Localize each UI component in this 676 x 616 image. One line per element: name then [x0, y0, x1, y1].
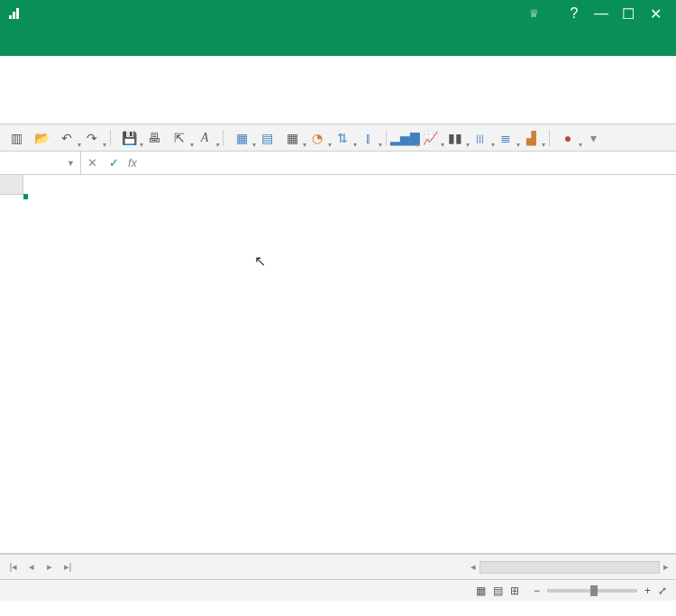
- print-button[interactable]: 🖶: [143, 128, 165, 148]
- crown-icon: ♕: [529, 7, 539, 20]
- more-button[interactable]: ▾: [582, 128, 604, 148]
- help-button[interactable]: ?: [561, 5, 588, 22]
- maximize-button[interactable]: ☐: [615, 5, 642, 23]
- svg-rect-2: [16, 8, 19, 19]
- sheet-area: ↖: [0, 175, 676, 554]
- format-button[interactable]: ▦: [281, 128, 303, 148]
- zoom-slider[interactable]: [547, 589, 637, 593]
- tab-first-button[interactable]: |◂: [5, 561, 22, 573]
- line-chart-button[interactable]: 📈: [419, 128, 441, 148]
- sort-button[interactable]: ⇅: [332, 128, 353, 148]
- horizontal-scroll: ◂ ▸: [470, 561, 676, 574]
- font-button[interactable]: A: [194, 128, 215, 148]
- filter-button[interactable]: ⫿: [357, 128, 379, 148]
- minimize-button[interactable]: ―: [588, 5, 615, 22]
- open-button[interactable]: 📂: [31, 128, 52, 148]
- quick-access-toolbar: ▥ 📂 ↶ ↷ 💾 🖶 ⇱ A ▦ ▤ ▦ ◔ ⇅ ⫿ ▂▅▇ 📈 ▮▮ ⫼ ≣…: [0, 124, 676, 152]
- formula-bar: ▼ ✕ ✓ fx: [0, 152, 676, 175]
- app-icon: [7, 6, 22, 21]
- fullscreen-button[interactable]: ⤢: [658, 584, 667, 597]
- select-all-corner[interactable]: [0, 175, 23, 195]
- tab-prev-button[interactable]: ◂: [23, 561, 40, 573]
- hscroll-left-button[interactable]: ◂: [470, 561, 476, 573]
- undo-button[interactable]: ↶: [56, 128, 78, 148]
- hscroll-right-button[interactable]: ▸: [663, 561, 669, 573]
- title-bar: ♕ ? ― ☐ ✕: [0, 0, 676, 27]
- bar-chart-button[interactable]: ▂▅▇: [394, 128, 416, 148]
- status-bar: ▦ ▤ ⊞ − + ⤢: [0, 579, 676, 601]
- hscroll-track[interactable]: [480, 561, 660, 574]
- stack-chart-button[interactable]: ≣: [495, 128, 516, 148]
- cursor-icon: ↖: [254, 253, 266, 270]
- redo-button[interactable]: ↷: [81, 128, 103, 148]
- column-chart-button[interactable]: ▮▮: [444, 128, 466, 148]
- sheet-tabs-bar: |◂ ◂ ▸ ▸| ◂ ▸: [0, 554, 676, 579]
- table-button[interactable]: ▦: [231, 128, 252, 148]
- group-chart-button[interactable]: ⫼: [470, 128, 491, 148]
- fx-icon[interactable]: fx: [128, 156, 137, 170]
- zoom-in-button[interactable]: +: [644, 584, 651, 597]
- misc-chart-button[interactable]: ▟: [520, 128, 542, 148]
- chart1-button[interactable]: ◔: [306, 128, 328, 148]
- tab-nav: |◂ ◂ ▸ ▸|: [5, 561, 76, 573]
- namebox-dropdown-icon: ▼: [67, 159, 75, 168]
- column-headers: [23, 175, 676, 195]
- export-button[interactable]: ⇱: [169, 128, 190, 148]
- ribbon: [0, 56, 676, 124]
- selection-box: [23, 195, 27, 198]
- save-button[interactable]: 💾: [118, 128, 140, 148]
- tab-last-button[interactable]: ▸|: [59, 561, 76, 573]
- view-layout-button[interactable]: ▤: [493, 584, 503, 597]
- view-normal-button[interactable]: ▦: [476, 584, 486, 597]
- svg-rect-1: [13, 12, 15, 19]
- ribbon-tabs: [0, 27, 676, 56]
- svg-rect-0: [9, 15, 12, 19]
- pie-chart-button[interactable]: ●: [557, 128, 579, 148]
- new-button[interactable]: ▥: [5, 128, 27, 148]
- style-button[interactable]: ▤: [256, 128, 278, 148]
- close-button[interactable]: ✕: [642, 5, 669, 23]
- view-pagebreak-button[interactable]: ⊞: [510, 584, 519, 597]
- formula-confirm-button[interactable]: ✓: [103, 156, 124, 170]
- formula-cancel-button[interactable]: ✕: [81, 156, 103, 170]
- name-box[interactable]: ▼: [0, 152, 81, 174]
- tab-next-button[interactable]: ▸: [41, 561, 58, 573]
- zoom-out-button[interactable]: −: [534, 584, 540, 597]
